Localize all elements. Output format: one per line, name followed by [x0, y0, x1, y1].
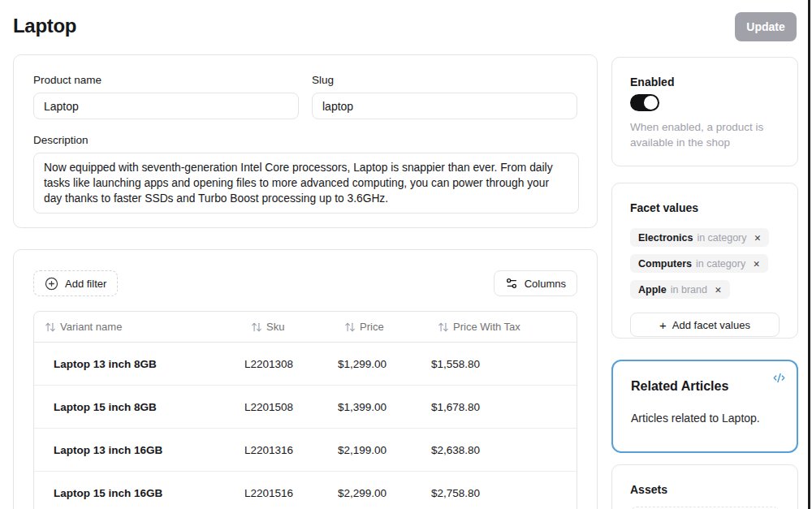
related-articles-body: Articles related to Laptop.: [631, 412, 779, 425]
add-facet-values-label: Add facet values: [672, 319, 750, 331]
column-header-price[interactable]: Price: [338, 321, 431, 333]
circle-plus-icon: [45, 277, 58, 291]
columns-label: Columns: [525, 278, 566, 290]
description-input[interactable]: Now equipped with seventh-generation Int…: [33, 153, 579, 214]
slug-field: Slug: [312, 74, 577, 119]
arrow-up-down-icon: [251, 321, 262, 333]
arrow-up-down-icon: [45, 321, 56, 333]
facet-chip: Apple in brand ✕: [630, 280, 730, 299]
add-filter-button[interactable]: Add filter: [33, 270, 118, 296]
add-facet-values-button[interactable]: + Add facet values: [630, 313, 780, 337]
table-row[interactable]: Laptop 15 inch 8GB L2201508 $1,399.00 $1…: [34, 386, 577, 429]
product-form-card: Product name Slug Description Now equipp…: [13, 54, 598, 228]
cell-variant-name: Laptop 15 inch 8GB: [34, 401, 244, 413]
x-icon[interactable]: ✕: [754, 233, 762, 243]
column-header-price-with-tax[interactable]: Price With Tax: [431, 321, 577, 333]
scrollbar[interactable]: [808, 0, 810, 509]
table-row[interactable]: Laptop 13 inch 8GB L2201308 $1,299.00 $1…: [34, 343, 577, 386]
product-detail-page: Laptop Update Product name Slug Descript…: [0, 0, 812, 509]
cell-variant-name: Laptop 15 inch 16GB: [34, 487, 244, 499]
facet-values-card: Facet values Electronics in category ✕ C…: [611, 183, 798, 339]
page-title: Laptop: [13, 15, 76, 37]
enabled-card: Enabled When enabled, a product is avail…: [611, 57, 798, 166]
cell-price: $1,299.00: [338, 358, 431, 370]
x-icon[interactable]: ✕: [753, 259, 760, 269]
facet-chip-qualifier: in brand: [671, 284, 707, 295]
column-label: Price: [360, 321, 384, 333]
cell-price: $1,399.00: [338, 401, 431, 413]
assets-card: Assets: [611, 464, 798, 509]
slug-input[interactable]: [312, 93, 577, 119]
code-icon[interactable]: [773, 372, 785, 384]
plus-icon: +: [659, 319, 667, 331]
facet-chip-qualifier: in category: [697, 232, 746, 244]
assets-title: Assets: [630, 483, 780, 496]
variants-card: Add filter Columns Variant name Sku: [13, 249, 598, 509]
cell-price-with-tax: $1,558.80: [431, 358, 577, 370]
table-header-row: Variant name Sku Price Price With Tax: [34, 312, 577, 343]
arrow-up-down-icon: [438, 321, 449, 333]
facet-chip: Computers in category ✕: [630, 254, 768, 273]
cell-price: $2,299.00: [338, 487, 431, 499]
cell-variant-name: Laptop 13 inch 8GB: [34, 358, 244, 370]
product-name-field: Product name: [33, 74, 299, 119]
enabled-title: Enabled: [630, 75, 780, 88]
table-row[interactable]: Laptop 15 inch 16GB L2201516 $2,299.00 $…: [34, 472, 577, 509]
column-header-sku[interactable]: Sku: [244, 321, 338, 333]
table-row[interactable]: Laptop 13 inch 16GB L2201316 $2,199.00 $…: [34, 429, 577, 472]
facet-chip-name: Computers: [638, 258, 692, 270]
columns-button[interactable]: Columns: [494, 270, 577, 296]
description-label: Description: [33, 134, 577, 146]
add-filter-label: Add filter: [65, 278, 106, 290]
column-header-variant-name[interactable]: Variant name: [34, 321, 244, 333]
product-name-label: Product name: [33, 74, 299, 86]
product-name-input[interactable]: [33, 93, 299, 119]
arrow-up-down-icon: [344, 321, 356, 333]
slug-label: Slug: [312, 74, 577, 86]
toggle-knob: [644, 96, 658, 110]
cell-price: $2,199.00: [338, 444, 431, 456]
facet-chip-name: Electronics: [638, 232, 693, 244]
related-articles-card[interactable]: Related Articles Articles related to Lap…: [611, 360, 798, 453]
cell-price-with-tax: $1,678.80: [431, 401, 577, 413]
related-articles-title: Related Articles: [631, 379, 779, 394]
enabled-help-text: When enabled, a product is available in …: [630, 119, 780, 150]
facet-chip-qualifier: in category: [696, 258, 745, 270]
enabled-toggle[interactable]: [630, 94, 659, 111]
sliders-icon: [505, 277, 518, 290]
facet-chip-name: Apple: [638, 284, 667, 295]
variants-table: Variant name Sku Price Price With Tax La…: [33, 311, 577, 509]
facet-chip: Electronics in category ✕: [630, 228, 769, 247]
update-button[interactable]: Update: [735, 12, 797, 41]
column-label: Variant name: [60, 321, 122, 333]
cell-sku: L2201508: [244, 401, 338, 413]
cell-price-with-tax: $2,758.80: [431, 487, 577, 499]
column-label: Sku: [266, 321, 284, 333]
cell-sku: L2201516: [244, 487, 338, 499]
column-label: Price With Tax: [453, 321, 520, 333]
x-icon[interactable]: ✕: [715, 285, 722, 295]
cell-variant-name: Laptop 13 inch 16GB: [34, 444, 244, 456]
cell-price-with-tax: $2,638.80: [431, 444, 577, 456]
cell-sku: L2201316: [244, 444, 338, 456]
facet-values-title: Facet values: [630, 201, 780, 214]
cell-sku: L2201308: [244, 358, 338, 370]
